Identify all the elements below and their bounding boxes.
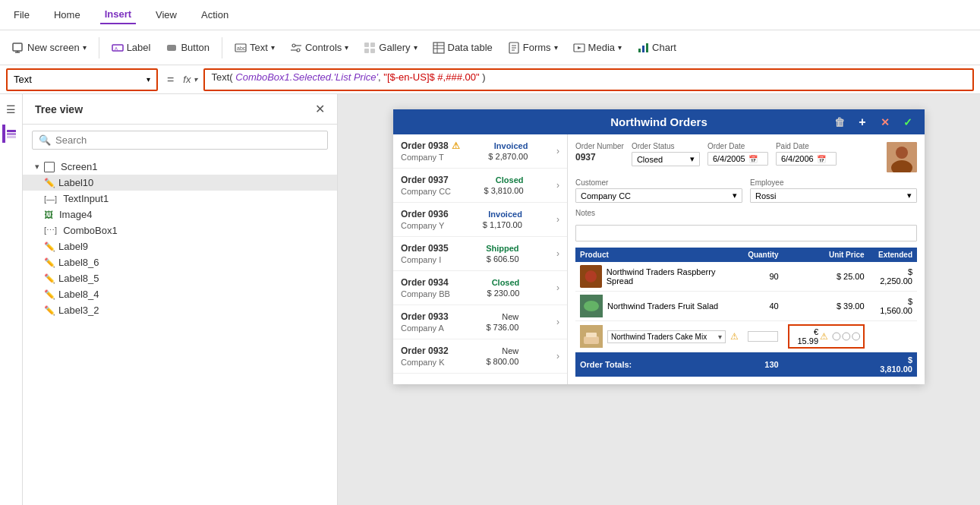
svg-rect-15 [370,49,375,53]
field-paid-date: Paid Date 6/4/2006 📅 [776,142,837,172]
new-screen-button[interactable]: New screen ▾ [6,39,93,57]
formula-equals: = [164,73,177,87]
order-item-0933[interactable]: Order 0933 Company A New $ 736.00 › [393,305,567,339]
tree-close-button[interactable]: ✕ [315,102,325,116]
svg-rect-16 [433,43,444,53]
field-order-date: Order Date 6/4/2005 📅 [707,142,768,172]
layers-icon[interactable] [2,125,20,143]
totals-label: Order Totals: [575,352,743,377]
data-table-label: Data table [448,42,493,53]
paid-date-input[interactable]: 6/4/2006 📅 [776,152,837,166]
menu-insert[interactable]: Insert [100,5,136,24]
tree-item-label3-2-label: Label3_2 [58,305,99,316]
product-qty-2[interactable] [743,321,783,352]
tree-item-label8-5[interactable]: ✏️ Label8_5 [23,270,337,286]
app-title: Northwind Orders [610,115,707,128]
svg-point-33 [896,147,908,159]
tree-item-label9-label: Label9 [58,241,88,252]
formula-input[interactable]: Text( ComboBox1.Selected.'List Price', "… [203,68,974,91]
order-0935-status: Shipped [486,244,518,253]
button-button[interactable]: Button [159,39,216,57]
image-icon: 🖼 [44,210,53,220]
tree-item-combobox1[interactable]: [⋯] ComboBox1 [23,223,337,238]
new-screen-label: New screen [27,42,80,53]
order-item-0934[interactable]: Order 0934 Company BB Closed $ 230.00 › [393,271,567,305]
tree-view-title: Tree view [35,103,83,115]
order-item-0937[interactable]: Order 0937 Company CC Closed $ 3,810.00 … [393,169,567,203]
order-item-0936[interactable]: Order 0936 Company Y Invoiced $ 1,170.00… [393,203,567,237]
tree-item-label9[interactable]: ✏️ Label9 [23,238,337,254]
warn-icon-price: ⚠ [820,331,828,342]
forms-label: Forms [523,42,551,53]
order-date-input[interactable]: 6/4/2005 📅 [707,152,768,166]
order-status-select[interactable]: Closed ▾ [632,152,700,166]
notes-input[interactable] [575,225,917,241]
col-unit-price: Unit Price [783,248,869,262]
chart-button[interactable]: Chart [631,39,682,57]
paid-calendar-icon: 📅 [817,155,826,163]
detail-row-2: Customer Company CC ▾ Employee Rossi ▾ [575,178,917,203]
controls-button[interactable]: Controls ▾ [284,39,355,57]
product-cell-0-name: Northwind Traders Raspberry Spread [575,262,743,292]
order-0937-amount: $ 3,810.00 [484,186,524,195]
media-button[interactable]: Media ▾ [567,39,628,57]
svg-text:A: A [115,46,118,51]
forms-icon [508,42,520,54]
tree-item-screen1[interactable]: ▾ Screen1 [23,159,337,175]
trash-icon[interactable]: 🗑 [830,113,849,131]
menu-file[interactable]: File [9,6,34,24]
field-customer: Customer Company CC ▾ [575,178,742,203]
order-0937-status: Closed [496,175,524,185]
label8-4-icon: ✏️ [44,289,55,300]
tree-item-textinput1[interactable]: [—] TextInput1 [23,191,337,207]
order-item-0938[interactable]: Order 0938 ⚠ Company T Invoiced $ 2,870.… [393,134,567,169]
check-icon[interactable]: ✓ [899,113,917,131]
gallery-button[interactable]: Gallery ▾ [358,39,423,57]
product-qty-input-2[interactable] [748,331,778,342]
tree-item-label8-4[interactable]: ✏️ Label8_4 [23,286,337,302]
add-icon[interactable]: + [853,113,871,131]
hamburger-icon[interactable]: ☰ [2,100,20,118]
tree-item-label10-label: Label10 [58,177,93,188]
close-x-icon[interactable]: ✕ [876,113,894,131]
order-item-0932[interactable]: Order 0932 Company K New $ 800.00 › [393,339,567,374]
data-table-button[interactable]: Data table [427,39,499,57]
tree-item-label8-6[interactable]: ✏️ Label8_6 [23,254,337,270]
employee-select[interactable]: Rossi ▾ [750,188,917,203]
tree-item-label3-2[interactable]: ✏️ Label3_2 [23,302,337,318]
product-name-1: Northwind Traders Fruit Salad [607,301,718,311]
tree-item-label10[interactable]: ✏️ Label10 [23,175,337,191]
svg-rect-13 [370,43,375,47]
label-button[interactable]: A Label [106,39,157,57]
forms-button[interactable]: Forms ▾ [502,39,564,57]
menu-view[interactable]: View [151,6,181,24]
order-0936-num: Order 0936 [401,209,449,219]
product-combo-2[interactable]: Northwind Traders Cake Mix ▾ [607,330,726,343]
product-row-2: Northwind Traders Cake Mix ▾ ⚠ [575,321,917,352]
menu-bar: File Home Insert View Action [0,0,980,30]
order-0933-company: Company A [401,324,449,333]
customer-select[interactable]: Company CC ▾ [575,188,742,203]
formula-fx[interactable]: fx ▾ [183,74,197,85]
tree-item-image4-label: Image4 [59,209,92,220]
menu-action[interactable]: Action [197,6,233,24]
tree-item-label8-5-label: Label8_5 [58,273,99,284]
formula-selector[interactable]: Text ▾ [6,68,158,91]
button-icon [165,42,178,54]
tree-item-image4[interactable]: 🖼 Image4 [23,207,337,223]
order-item-0935[interactable]: Order 0935 Company I Shipped $ 606.50 › [393,237,567,271]
search-input[interactable] [55,134,321,146]
tree-item-screen1-label: Screen1 [61,161,97,172]
label3-2-icon: ✏️ [44,305,55,316]
canvas-area: Northwind Orders 🗑 + ✕ ✓ Order 0938 [338,94,980,505]
text-chevron-icon: ▾ [271,43,275,52]
employee-chevron-icon: ▾ [907,191,912,200]
order-0936-amount: $ 1,170.00 [483,220,522,229]
menu-home[interactable]: Home [49,6,85,24]
svg-marker-25 [578,46,581,49]
text-button[interactable]: abc Text ▾ [228,39,281,57]
media-label: Media [588,42,615,53]
order-0934-amount: $ 230.00 [487,289,519,298]
screen-icon [44,162,55,172]
svg-rect-30 [7,133,16,135]
